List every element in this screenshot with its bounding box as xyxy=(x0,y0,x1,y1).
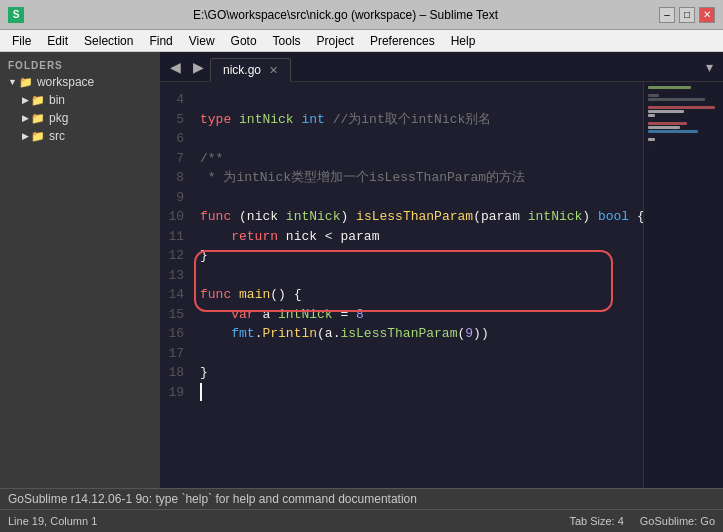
menu-edit[interactable]: Edit xyxy=(39,32,76,50)
title-bar: S E:\GO\workspace\src\nick.go (workspace… xyxy=(0,0,723,30)
folder-pkg-label: pkg xyxy=(49,111,68,125)
code-line-16: fmt . Println (a. isLessThanParam ( 9 )) xyxy=(200,324,635,344)
window-controls: – □ ✕ xyxy=(659,7,715,23)
menu-view[interactable]: View xyxy=(181,32,223,50)
folder-workspace-label: workspace xyxy=(37,75,94,89)
chevron-right-icon: ▶ xyxy=(22,131,29,141)
folder-icon: 📁 xyxy=(19,76,33,89)
status-bar: GoSublime r14.12.06-1 9o: type `help` fo… xyxy=(0,488,723,532)
status-bottom-bar: Line 19, Column 1 Tab Size: 4 GoSublime:… xyxy=(0,510,723,532)
folder-src-label: src xyxy=(49,129,65,143)
code-line-4 xyxy=(200,90,635,110)
folder-icon: 📁 xyxy=(31,112,45,125)
comment-line5: //为int取个intNick别名 xyxy=(333,110,492,130)
chevron-down-icon: ▼ xyxy=(8,77,17,87)
tab-label: nick.go xyxy=(223,63,261,77)
code-line-9 xyxy=(200,188,635,208)
line-numbers: 4 5 6 7 8 9 10 11 12 13 14 15 16 17 18 1… xyxy=(160,82,192,488)
code-line-13 xyxy=(200,266,635,286)
sidebar-header: FOLDERS xyxy=(0,56,160,73)
tab-bar: ◀ ▶ nick.go ✕ ▾ xyxy=(160,52,723,82)
status-message: GoSublime r14.12.06-1 9o: type `help` fo… xyxy=(0,489,723,510)
sidebar-item-bin[interactable]: ▶ 📁 bin xyxy=(0,91,160,109)
line-num-16: 16 xyxy=(164,324,184,344)
line-num-4: 4 xyxy=(164,90,184,110)
line-num-11: 11 xyxy=(164,227,184,247)
line-num-6: 6 xyxy=(164,129,184,149)
minimize-button[interactable]: – xyxy=(659,7,675,23)
status-tab-size: Tab Size: 4 xyxy=(569,515,623,527)
sidebar-item-src[interactable]: ▶ 📁 src xyxy=(0,127,160,145)
type-int: int xyxy=(301,110,324,130)
minimap[interactable] xyxy=(643,82,723,488)
code-line-8: * 为intNick类型增加一个isLessThanParam的方法 xyxy=(200,168,635,188)
line-num-10: 10 xyxy=(164,207,184,227)
close-button[interactable]: ✕ xyxy=(699,7,715,23)
minimap-content xyxy=(644,82,723,150)
cursor xyxy=(200,383,202,401)
sidebar-item-workspace[interactable]: ▼ 📁 workspace xyxy=(0,73,160,91)
menu-file[interactable]: File xyxy=(4,32,39,50)
line-num-12: 12 xyxy=(164,246,184,266)
line-num-13: 13 xyxy=(164,266,184,286)
code-line-6 xyxy=(200,129,635,149)
chevron-right-icon: ▶ xyxy=(22,95,29,105)
tab-close-button[interactable]: ✕ xyxy=(269,64,278,77)
line-num-19: 19 xyxy=(164,383,184,403)
folder-icon: 📁 xyxy=(31,130,45,143)
code-line-5: type intNick int //为int取个intNick别名 xyxy=(200,110,635,130)
menu-project[interactable]: Project xyxy=(309,32,362,50)
menu-bar: File Edit Selection Find View Goto Tools… xyxy=(0,30,723,52)
menu-tools[interactable]: Tools xyxy=(265,32,309,50)
code-line-17 xyxy=(200,344,635,364)
status-message-text: GoSublime r14.12.06-1 9o: type `help` fo… xyxy=(8,492,417,506)
code-content[interactable]: type intNick int //为int取个intNick别名 /** xyxy=(192,82,643,488)
code-line-14: func main () { xyxy=(200,285,635,305)
line-num-9: 9 xyxy=(164,188,184,208)
status-position: Line 19, Column 1 xyxy=(8,515,97,527)
line-num-17: 17 xyxy=(164,344,184,364)
folder-bin-label: bin xyxy=(49,93,65,107)
maximize-button[interactable]: □ xyxy=(679,7,695,23)
app-icon: S xyxy=(8,7,24,23)
menu-selection[interactable]: Selection xyxy=(76,32,141,50)
line-num-5: 5 xyxy=(164,110,184,130)
code-line-15: var a intNick = 8 xyxy=(200,305,635,325)
type-intNick: intNick xyxy=(239,110,294,130)
code-line-19 xyxy=(200,383,635,403)
window-title: E:\GO\workspace\src\nick.go (workspace) … xyxy=(32,8,659,22)
tab-next-button[interactable]: ▶ xyxy=(187,55,210,79)
sidebar: FOLDERS ▼ 📁 workspace ▶ 📁 bin ▶ 📁 pkg ▶ … xyxy=(0,52,160,488)
menu-help[interactable]: Help xyxy=(443,32,484,50)
tab-nick-go[interactable]: nick.go ✕ xyxy=(210,58,291,82)
code-line-10: func ( nick intNick ) isLessThanParam (p… xyxy=(200,207,635,227)
line-num-8: 8 xyxy=(164,168,184,188)
tab-overflow-button[interactable]: ▾ xyxy=(700,55,719,79)
code-line-18: } xyxy=(200,363,635,383)
keyword-type: type xyxy=(200,110,231,130)
line-num-18: 18 xyxy=(164,363,184,383)
main-area: FOLDERS ▼ 📁 workspace ▶ 📁 bin ▶ 📁 pkg ▶ … xyxy=(0,52,723,488)
status-right-area: Tab Size: 4 GoSublime: Go xyxy=(569,515,715,527)
menu-goto[interactable]: Goto xyxy=(223,32,265,50)
code-line-11: return nick < param xyxy=(200,227,635,247)
folder-icon: 📁 xyxy=(31,94,45,107)
sidebar-item-pkg[interactable]: ▶ 📁 pkg xyxy=(0,109,160,127)
menu-find[interactable]: Find xyxy=(141,32,180,50)
tab-prev-button[interactable]: ◀ xyxy=(164,55,187,79)
chevron-right-icon: ▶ xyxy=(22,113,29,123)
editor-area: ◀ ▶ nick.go ✕ ▾ 4 5 6 7 8 9 10 11 12 13 xyxy=(160,52,723,488)
code-line-12: } xyxy=(200,246,635,266)
line-num-15: 15 xyxy=(164,305,184,325)
code-editor[interactable]: 4 5 6 7 8 9 10 11 12 13 14 15 16 17 18 1… xyxy=(160,82,723,488)
code-line-7: /** xyxy=(200,149,635,169)
status-syntax: GoSublime: Go xyxy=(640,515,715,527)
line-num-14: 14 xyxy=(164,285,184,305)
menu-preferences[interactable]: Preferences xyxy=(362,32,443,50)
line-num-7: 7 xyxy=(164,149,184,169)
